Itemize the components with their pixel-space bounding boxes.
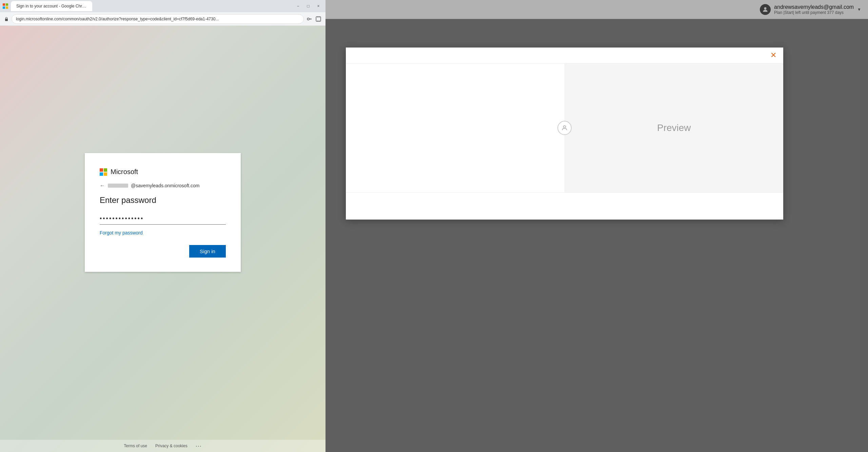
- enter-password-title: Enter password: [100, 195, 226, 205]
- preview-label: Preview: [657, 123, 691, 133]
- preview-content-area: Preview: [565, 63, 784, 192]
- account-domain: @savemyleads.onmicrosoft.com: [131, 183, 200, 188]
- more-options-dots[interactable]: ···: [196, 443, 202, 449]
- minimize-button[interactable]: −: [294, 2, 302, 11]
- window-controls: − □ ×: [294, 2, 323, 11]
- forgot-password-link[interactable]: Forgot my password: [100, 230, 143, 236]
- savemyleads-panel: andrewsavemyleads@gmail.com Plan |Start|…: [326, 0, 868, 452]
- chrome-titlebar: Sign in to your account - Google Chrome …: [0, 0, 326, 12]
- signin-btn-row: Sign in: [100, 245, 226, 258]
- terms-of-use-link[interactable]: Terms of use: [124, 444, 147, 448]
- password-input-container: [100, 213, 226, 225]
- maximize-button[interactable]: □: [304, 2, 313, 11]
- chrome-addressbar: login.microsoftonline.com/common/oauth2/…: [0, 12, 326, 26]
- svg-rect-3: [6, 6, 8, 9]
- svg-rect-2: [3, 6, 5, 9]
- preview-modal-body: Preview: [346, 63, 783, 192]
- ms-sq-yellow: [104, 172, 107, 176]
- password-input[interactable]: [100, 213, 226, 225]
- tab-title: Sign in to your account - Google Chrome: [16, 4, 87, 8]
- ms-sq-red: [100, 168, 103, 172]
- close-button[interactable]: ×: [314, 2, 323, 11]
- lock-icon: [4, 17, 9, 21]
- ms-signin-card: Microsoft ← @savemyleads.onmicrosoft.com…: [85, 153, 241, 272]
- account-row: ← @savemyleads.onmicrosoft.com: [100, 183, 226, 189]
- svg-rect-6: [316, 17, 321, 21]
- ms-logo-text: Microsoft: [111, 168, 138, 176]
- modal-overlay: ✕ Preview: [326, 0, 868, 452]
- ms-logo: Microsoft: [100, 168, 226, 176]
- ms-sq-green: [104, 168, 107, 172]
- preview-modal-header: ✕: [346, 48, 783, 63]
- extension-icon: [315, 16, 321, 22]
- account-email-blur: [108, 184, 128, 188]
- browser-footer: Terms of use Privacy & cookies ···: [0, 440, 326, 452]
- connector-circle-icon: [557, 121, 572, 135]
- sign-in-button[interactable]: Sign in: [189, 245, 226, 258]
- svg-point-5: [307, 18, 309, 20]
- preview-config-area: [346, 63, 565, 192]
- svg-rect-4: [5, 19, 8, 21]
- browser-content: Microsoft ← @savemyleads.onmicrosoft.com…: [0, 26, 326, 440]
- svg-point-8: [563, 126, 566, 128]
- ms-squares-icon: [100, 168, 107, 176]
- key-icon: [307, 16, 313, 22]
- modal-close-button[interactable]: ✕: [768, 50, 779, 60]
- privacy-cookies-link[interactable]: Privacy & cookies: [155, 444, 188, 448]
- back-arrow-icon[interactable]: ←: [100, 183, 105, 189]
- preview-modal: ✕ Preview: [346, 48, 783, 220]
- chrome-tab[interactable]: Sign in to your account - Google Chrome: [11, 1, 92, 11]
- ms-sq-blue: [100, 172, 103, 176]
- svg-rect-0: [3, 3, 5, 6]
- svg-rect-1: [6, 3, 8, 6]
- ms-favicon: [3, 3, 8, 9]
- url-text: login.microsoftonline.com/common/oauth2/…: [16, 17, 219, 21]
- preview-modal-footer: [346, 192, 783, 220]
- chrome-browser-window: Sign in to your account - Google Chrome …: [0, 0, 326, 452]
- address-bar[interactable]: login.microsoftonline.com/common/oauth2/…: [12, 14, 304, 24]
